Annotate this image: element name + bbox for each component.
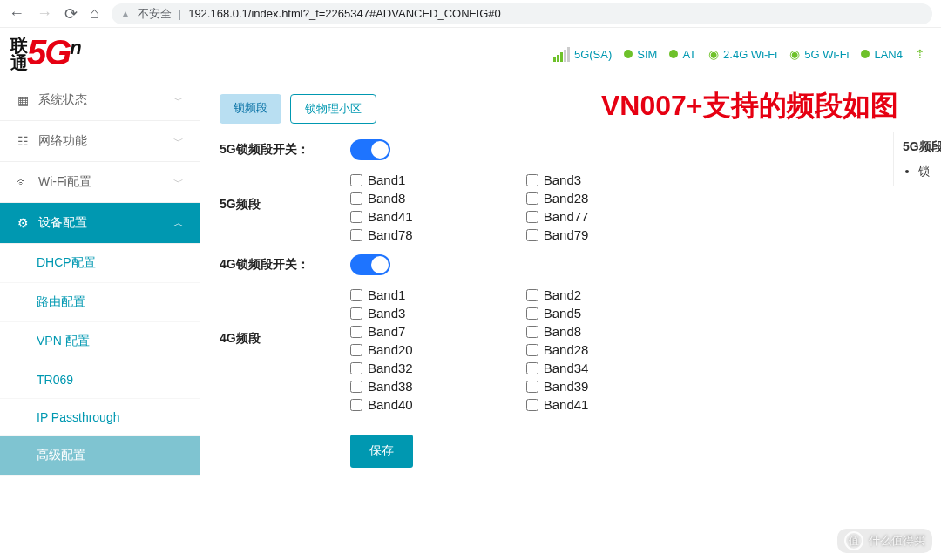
band-label: Band5 bbox=[544, 306, 581, 320]
checkbox-input[interactable] bbox=[350, 326, 362, 338]
band-checkbox[interactable]: Band40 bbox=[350, 397, 413, 412]
sidebar-item-label: Wi-Fi配置 bbox=[38, 174, 91, 190]
band-label: Band7 bbox=[368, 324, 405, 339]
bands-4g-col1: Band1Band3Band7Band20Band32Band38Band40 bbox=[350, 287, 413, 412]
home-icon[interactable]: ⌂ bbox=[90, 4, 99, 23]
back-icon[interactable]: ← bbox=[9, 4, 24, 23]
band-checkbox[interactable]: Band41 bbox=[526, 397, 589, 412]
checkbox-input[interactable] bbox=[350, 381, 362, 393]
band-checkbox[interactable]: Band7 bbox=[350, 324, 413, 339]
band-label: Band28 bbox=[544, 342, 589, 357]
watermark-text: 什么值得买 bbox=[869, 533, 925, 549]
band-checkbox[interactable]: Band41 bbox=[350, 209, 413, 224]
status-wifi5: ◉5G Wi-Fi bbox=[789, 47, 849, 61]
band-checkbox[interactable]: Band8 bbox=[526, 324, 589, 339]
band-label: Band8 bbox=[368, 191, 405, 206]
sidebar-item-label: 系统状态 bbox=[38, 92, 87, 108]
band-label: Band39 bbox=[544, 379, 589, 394]
checkbox-input[interactable] bbox=[526, 399, 538, 411]
checkbox-input[interactable] bbox=[350, 192, 362, 205]
status-sim-label: SIM bbox=[637, 48, 657, 61]
sidebar-item-wifi[interactable]: ᯤWi-Fi配置 ﹀ bbox=[0, 162, 200, 203]
forward-icon[interactable]: → bbox=[37, 4, 52, 23]
sidebar-sub-vpn[interactable]: VPN 配置 bbox=[0, 322, 200, 361]
sidebar: ▦系统状态 ﹀ ☷网络功能 ﹀ ᯤWi-Fi配置 ﹀ ⚙设备配置 ︿ DHCP配… bbox=[0, 80, 200, 560]
sidebar-sub-dhcp[interactable]: DHCP配置 bbox=[0, 244, 200, 283]
band-checkbox[interactable]: Band28 bbox=[526, 191, 589, 206]
checkbox-input[interactable] bbox=[526, 362, 538, 374]
sidebar-item-label: 设备配置 bbox=[38, 215, 87, 231]
band-checkbox[interactable]: Band78 bbox=[350, 227, 413, 242]
checkbox-input[interactable] bbox=[526, 192, 538, 205]
side-info-panel: 5G频段 锁 bbox=[893, 132, 941, 186]
band-checkbox[interactable]: Band1 bbox=[350, 172, 413, 187]
band-checkbox[interactable]: Band1 bbox=[350, 287, 413, 302]
checkbox-input[interactable] bbox=[526, 211, 538, 223]
toggle-4g-lock[interactable] bbox=[350, 254, 390, 275]
gear-icon: ⚙ bbox=[16, 216, 30, 230]
band-label: Band20 bbox=[368, 342, 413, 357]
checkbox-input[interactable] bbox=[526, 381, 538, 393]
tab-lock-band[interactable]: 锁频段 bbox=[220, 94, 281, 124]
band-checkbox[interactable]: Band5 bbox=[526, 306, 589, 320]
band-checkbox[interactable]: Band79 bbox=[526, 227, 589, 242]
band-label: Band8 bbox=[544, 324, 581, 339]
checkbox-input[interactable] bbox=[526, 344, 538, 356]
checkbox-input[interactable] bbox=[526, 289, 538, 301]
checkbox-input[interactable] bbox=[350, 362, 362, 374]
band-checkbox[interactable]: Band32 bbox=[350, 361, 413, 375]
browser-bar: ← → ⟳ ⌂ ▲ 不安全 | 192.168.0.1/index.html?_… bbox=[0, 0, 941, 28]
sidebar-sub-route[interactable]: 路由配置 bbox=[0, 283, 200, 322]
band-checkbox[interactable]: Band28 bbox=[526, 342, 589, 357]
band-label: Band41 bbox=[544, 397, 589, 412]
sidebar-item-network[interactable]: ☷网络功能 ﹀ bbox=[0, 121, 200, 162]
band-checkbox[interactable]: Band3 bbox=[350, 306, 413, 320]
label-5g-bands: 5G频段 bbox=[220, 172, 350, 213]
status-at-label: AT bbox=[682, 48, 696, 61]
status-wifi5-label: 5G Wi-Fi bbox=[804, 48, 849, 61]
checkbox-input[interactable] bbox=[526, 229, 538, 241]
band-label: Band38 bbox=[368, 379, 413, 394]
checkbox-input[interactable] bbox=[350, 289, 362, 301]
tab-lock-cell[interactable]: 锁物理小区 bbox=[290, 94, 376, 124]
band-checkbox[interactable]: Band8 bbox=[350, 191, 413, 206]
row-4g-bands: 4G频段 Band1Band3Band7Band20Band32Band38Ba… bbox=[220, 287, 922, 412]
band-checkbox[interactable]: Band3 bbox=[526, 172, 589, 187]
status-lan-label: LAN4 bbox=[874, 48, 903, 61]
checkbox-input[interactable] bbox=[526, 174, 538, 186]
insecure-label: 不安全 bbox=[138, 6, 172, 22]
band-checkbox[interactable]: Band2 bbox=[526, 287, 589, 302]
save-button[interactable]: 保存 bbox=[350, 435, 413, 468]
dashboard-icon: ▦ bbox=[16, 93, 30, 107]
sidebar-sub-advanced[interactable]: 高级配置 bbox=[0, 436, 200, 476]
sidebar-sub-tr069[interactable]: TR069 bbox=[0, 361, 200, 399]
address-bar[interactable]: ▲ 不安全 | 192.168.0.1/index.html?_t=226534… bbox=[112, 3, 932, 24]
band-label: Band2 bbox=[544, 287, 581, 302]
bands-5g-col2: Band3Band28Band77Band79 bbox=[526, 172, 589, 242]
status-sim: SIM bbox=[624, 48, 657, 61]
row-4g-toggle: 4G锁频段开关： bbox=[220, 254, 922, 275]
reload-icon[interactable]: ⟳ bbox=[64, 4, 78, 24]
band-checkbox[interactable]: Band20 bbox=[350, 342, 413, 357]
checkbox-input[interactable] bbox=[350, 174, 362, 186]
label-4g-toggle: 4G锁频段开关： bbox=[220, 257, 350, 273]
checkbox-input[interactable] bbox=[526, 326, 538, 338]
band-checkbox[interactable]: Band39 bbox=[526, 379, 589, 394]
checkbox-input[interactable] bbox=[350, 399, 362, 411]
toggle-5g-lock[interactable] bbox=[350, 139, 390, 160]
checkbox-input[interactable] bbox=[350, 229, 362, 241]
dot-icon bbox=[669, 50, 678, 58]
band-checkbox[interactable]: Band34 bbox=[526, 361, 589, 375]
band-checkbox[interactable]: Band77 bbox=[526, 209, 589, 224]
status-wifi24-label: 2.4G Wi-Fi bbox=[723, 48, 777, 61]
wifi-icon: ◉ bbox=[789, 47, 800, 61]
band-checkbox[interactable]: Band38 bbox=[350, 379, 413, 394]
sidebar-item-system-status[interactable]: ▦系统状态 ﹀ bbox=[0, 80, 200, 121]
checkbox-input[interactable] bbox=[350, 211, 362, 223]
wifi-icon: ᯤ bbox=[16, 175, 30, 189]
sidebar-item-device-config[interactable]: ⚙设备配置 ︿ bbox=[0, 203, 200, 244]
checkbox-input[interactable] bbox=[350, 344, 362, 356]
sidebar-sub-ip-passthrough[interactable]: IP Passthrough bbox=[0, 399, 200, 436]
checkbox-input[interactable] bbox=[526, 307, 538, 320]
checkbox-input[interactable] bbox=[350, 307, 362, 320]
